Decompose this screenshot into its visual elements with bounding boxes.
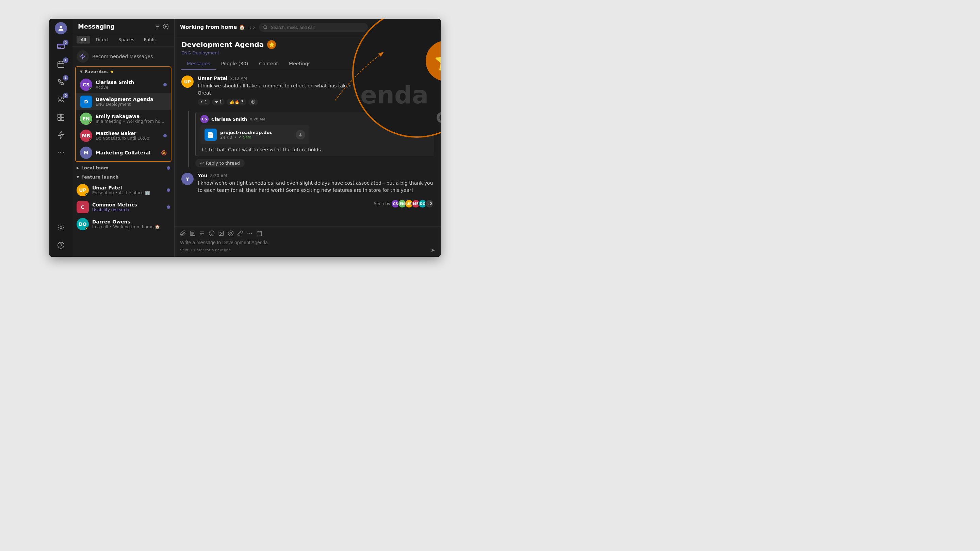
conv-matthew[interactable]: MB Matthew Baker Do Not Disturb until 16… — [76, 127, 171, 144]
local-team-badge — [167, 166, 170, 170]
file-info: project-roadmap.doc 24 KB • ✓ Safe — [220, 130, 292, 140]
conv-umar[interactable]: UP Umar Patel Presenting • At the office… — [73, 182, 174, 198]
tab-messages[interactable]: Messages — [181, 58, 216, 70]
umar-name: Umar Patel — [92, 185, 163, 191]
rail-calendar[interactable]: 1 — [52, 56, 70, 73]
send-btn[interactable]: ➤ — [431, 247, 435, 253]
rail-chat[interactable]: 5 — [52, 38, 70, 55]
sidebar-header-icons — [154, 24, 169, 30]
chat-badge: 5 — [63, 40, 68, 45]
conv-development[interactable]: D Development Agenda ENG Deployment — [76, 93, 171, 110]
tab-people[interactable]: People (30) — [216, 58, 254, 70]
tab-meetings[interactable]: Meetings — [283, 58, 316, 70]
icon-rail: 5 1 1 0 ··· — [49, 19, 73, 257]
common-info: Common Metrics Usability research — [92, 202, 163, 212]
compose-input[interactable] — [180, 240, 435, 245]
svg-rect-2 — [58, 62, 64, 68]
attach-icon[interactable] — [180, 230, 186, 237]
conv-marketing[interactable]: M Marketing Collateral 🔕 — [76, 144, 171, 161]
zoom-enda-text: enda — [360, 81, 428, 109]
rail-apps[interactable] — [52, 109, 70, 125]
message-you: Y You 8:30 AM I know we're on tight sche… — [181, 173, 434, 194]
favorites-chevron: ▼ — [80, 70, 83, 73]
format-icon[interactable] — [189, 230, 196, 237]
umar-msg-avatar: UP — [181, 76, 194, 88]
tab-spaces[interactable]: Spaces — [115, 36, 138, 43]
emily-sub: In a meeting • Working from home — [95, 119, 167, 124]
rail-more[interactable]: ··· — [52, 144, 70, 161]
you-msg-content: You 8:30 AM I know we're on tight schedu… — [198, 173, 434, 194]
zoom-star-circle: ⭐ — [426, 40, 441, 81]
reply-to-thread-btn[interactable]: ↩ Reply to thread — [195, 159, 245, 167]
clarissa-quoted-avatar: CS — [200, 115, 208, 123]
svg-rect-11 — [61, 118, 64, 121]
search-bar[interactable] — [259, 23, 368, 32]
favorites-star: ★ — [110, 69, 114, 74]
file-card: 📄 project-roadmap.doc 24 KB • ✓ Safe ↓ — [200, 125, 309, 144]
more-actions-icon[interactable] — [247, 230, 253, 237]
svg-point-36 — [250, 233, 250, 233]
file-icon: 📄 — [205, 129, 217, 141]
compose-area: Shift + Enter for a new line ➤ — [175, 227, 441, 257]
rail-people[interactable]: 0 — [52, 92, 70, 108]
local-team-section[interactable]: ▶ Local team — [73, 163, 174, 172]
reaction-add[interactable]: ☺ — [248, 98, 258, 105]
svg-point-29 — [209, 231, 215, 236]
reaction-fire[interactable]: 👍🔥 3 — [227, 98, 246, 105]
rail-activity[interactable] — [52, 127, 70, 143]
safe-badge: ✓ Safe — [239, 135, 251, 140]
tab-all[interactable]: All — [76, 36, 90, 43]
link-icon[interactable] — [237, 230, 243, 237]
calls-badge: 1 — [63, 75, 68, 81]
recommended-messages[interactable]: Recommended Messages — [73, 48, 174, 65]
star-badge[interactable]: ⭐ — [267, 40, 276, 49]
compose-footer: Shift + Enter for a new line ➤ — [180, 247, 435, 253]
filter-icon[interactable] — [154, 24, 161, 30]
svg-marker-12 — [58, 132, 64, 138]
conv-common[interactable]: C Common Metrics Usability research — [73, 198, 174, 216]
reaction-lightning[interactable]: ⚡ 1 — [198, 98, 210, 105]
text-icon[interactable] — [199, 230, 205, 237]
add-icon[interactable] — [163, 24, 169, 30]
clarissa-sub: Active — [95, 85, 160, 90]
sidebar-header: Messaging — [73, 19, 174, 33]
seen-avatars: CS EN UP MB DO +2 — [393, 199, 434, 208]
file-name: project-roadmap.doc — [220, 130, 292, 135]
emily-status — [89, 121, 92, 125]
rail-calls[interactable]: 1 — [52, 74, 70, 90]
favorites-section[interactable]: ▼ Favorites ★ — [76, 67, 171, 76]
rail-settings[interactable] — [52, 219, 70, 236]
feature-launch-chevron: ▼ — [76, 175, 79, 179]
conv-list: Recommended Messages ▼ Favorites ★ CS Cl… — [73, 47, 174, 257]
conv-emily[interactable]: EN Emily Nakagawa In a meeting • Working… — [76, 110, 171, 127]
umar-info: Umar Patel Presenting • At the office 🏢 — [92, 185, 163, 195]
mention-icon[interactable] — [228, 230, 234, 237]
nav-back[interactable]: ‹ — [250, 24, 251, 30]
marketing-avatar: M — [80, 147, 92, 159]
conv-clarissa[interactable]: CS Clarissa Smith Active — [76, 76, 171, 93]
you-msg-header: You 8:30 AM — [198, 173, 434, 178]
rail-help[interactable] — [52, 237, 70, 253]
tab-public[interactable]: Public — [140, 36, 161, 43]
svg-point-35 — [248, 233, 248, 233]
svg-point-14 — [58, 242, 64, 248]
svg-point-6 — [59, 97, 61, 99]
svg-rect-8 — [58, 114, 60, 117]
svg-point-7 — [62, 97, 64, 99]
tab-content[interactable]: Content — [253, 58, 283, 70]
conv-darren[interactable]: DO Darren Owens In a call • Working from… — [73, 216, 174, 233]
svg-point-34 — [230, 232, 232, 234]
feature-launch-section[interactable]: ▼ Feature launch — [73, 172, 174, 182]
dev-avatar: D — [80, 95, 92, 108]
tab-direct[interactable]: Direct — [92, 36, 113, 43]
search-input[interactable] — [270, 25, 364, 30]
schedule-icon[interactable] — [256, 230, 262, 237]
nav-forward[interactable]: › — [253, 24, 255, 30]
user-avatar[interactable] — [55, 22, 67, 34]
emoji-icon[interactable] — [208, 230, 215, 237]
download-btn[interactable]: ↓ — [296, 130, 305, 140]
matthew-name: Matthew Baker — [95, 130, 160, 136]
image-icon[interactable] — [218, 230, 224, 237]
reaction-heart[interactable]: ❤️ 1 — [212, 98, 225, 105]
compose-toolbar — [180, 230, 435, 237]
